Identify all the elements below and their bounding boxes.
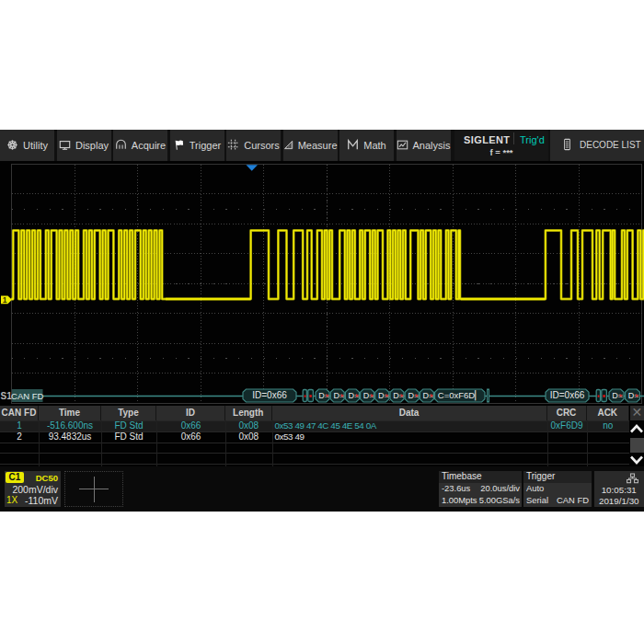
- svg-text:CAN FD: CAN FD: [11, 391, 44, 401]
- svg-text:1: 1: [3, 295, 7, 305]
- svg-text:C=0xF6D▏: C=0xF6D▏: [438, 390, 482, 401]
- svg-text:ID=0x66: ID=0x66: [252, 390, 287, 400]
- svg-text:ID=0x66: ID=0x66: [550, 390, 585, 400]
